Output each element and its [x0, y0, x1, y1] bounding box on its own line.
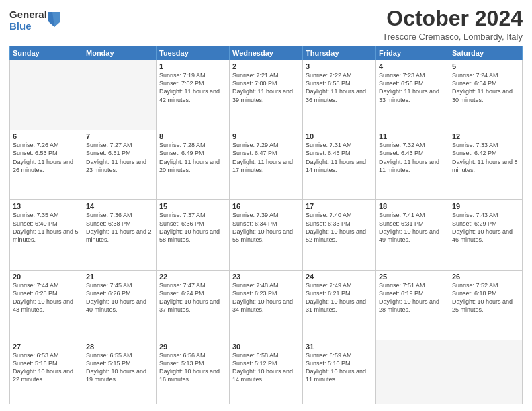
day-number: 22: [159, 273, 226, 281]
cell-daylight-info: Sunrise: 7:43 AM Sunset: 6:29 PM Dayligh…: [452, 211, 519, 244]
cell-daylight-info: Sunrise: 6:53 AM Sunset: 5:16 PM Dayligh…: [13, 351, 80, 384]
day-number: 6: [13, 132, 80, 140]
cell-daylight-info: Sunrise: 7:47 AM Sunset: 6:24 PM Dayligh…: [159, 281, 226, 314]
cell-daylight-info: Sunrise: 7:27 AM Sunset: 6:51 PM Dayligh…: [86, 141, 153, 174]
day-number: 11: [379, 132, 446, 140]
cell-daylight-info: Sunrise: 7:31 AM Sunset: 6:45 PM Dayligh…: [306, 141, 373, 174]
cell-daylight-info: Sunrise: 7:48 AM Sunset: 6:23 PM Dayligh…: [232, 281, 300, 314]
calendar-cell: 13Sunrise: 7:35 AM Sunset: 6:40 PM Dayli…: [10, 200, 83, 270]
cell-daylight-info: Sunrise: 7:22 AM Sunset: 6:58 PM Dayligh…: [306, 71, 373, 104]
cell-daylight-info: Sunrise: 7:28 AM Sunset: 6:49 PM Dayligh…: [159, 141, 226, 174]
day-number: 18: [379, 202, 446, 210]
day-number: 17: [306, 202, 373, 210]
calendar-cell: 30Sunrise: 6:58 AM Sunset: 5:12 PM Dayli…: [230, 340, 303, 404]
calendar-table: SundayMondayTuesdayWednesdayThursdayFrid…: [9, 46, 523, 404]
calendar-week-row: 6Sunrise: 7:26 AM Sunset: 6:53 PM Daylig…: [10, 130, 523, 200]
cell-daylight-info: Sunrise: 7:26 AM Sunset: 6:53 PM Dayligh…: [13, 141, 80, 174]
cell-daylight-info: Sunrise: 7:39 AM Sunset: 6:34 PM Dayligh…: [232, 211, 300, 244]
day-number: 21: [86, 273, 153, 281]
calendar-cell: 3Sunrise: 7:22 AM Sunset: 6:58 PM Daylig…: [303, 60, 376, 130]
title-area: October 2024 Trescore Cremasco, Lombardy…: [382, 7, 523, 42]
calendar-week-row: 1Sunrise: 7:19 AM Sunset: 7:02 PM Daylig…: [10, 60, 523, 130]
cell-daylight-info: Sunrise: 6:58 AM Sunset: 5:12 PM Dayligh…: [232, 351, 300, 384]
cell-daylight-info: Sunrise: 7:49 AM Sunset: 6:21 PM Dayligh…: [306, 281, 373, 314]
cell-daylight-info: Sunrise: 6:55 AM Sunset: 5:15 PM Dayligh…: [86, 351, 153, 384]
day-number: 13: [13, 202, 80, 210]
calendar-cell: 15Sunrise: 7:37 AM Sunset: 6:36 PM Dayli…: [157, 200, 230, 270]
cell-daylight-info: Sunrise: 7:36 AM Sunset: 6:38 PM Dayligh…: [86, 211, 153, 244]
calendar-header-sunday: Sunday: [10, 46, 83, 60]
logo-general: General: [9, 9, 47, 21]
page: General Blue October 2024 Trescore Crema…: [0, 0, 532, 411]
cell-daylight-info: Sunrise: 7:33 AM Sunset: 6:42 PM Dayligh…: [452, 141, 519, 174]
calendar-week-row: 27Sunrise: 6:53 AM Sunset: 5:16 PM Dayli…: [10, 340, 523, 404]
calendar-cell: 4Sunrise: 7:23 AM Sunset: 6:56 PM Daylig…: [376, 60, 449, 130]
cell-daylight-info: Sunrise: 7:45 AM Sunset: 6:26 PM Dayligh…: [86, 281, 153, 314]
logo-icon: [48, 12, 60, 27]
day-number: 5: [452, 62, 519, 71]
day-number: 15: [159, 202, 226, 210]
cell-daylight-info: Sunrise: 7:21 AM Sunset: 7:00 PM Dayligh…: [232, 71, 300, 104]
logo-blue: Blue: [9, 21, 47, 32]
cell-daylight-info: Sunrise: 7:37 AM Sunset: 6:36 PM Dayligh…: [159, 211, 226, 244]
calendar-header-tuesday: Tuesday: [157, 46, 230, 60]
calendar-cell: 31Sunrise: 6:59 AM Sunset: 5:10 PM Dayli…: [303, 340, 376, 404]
calendar-cell: 24Sunrise: 7:49 AM Sunset: 6:21 PM Dayli…: [303, 270, 376, 340]
calendar-cell: 19Sunrise: 7:43 AM Sunset: 6:29 PM Dayli…: [449, 200, 523, 270]
calendar-header-saturday: Saturday: [449, 46, 523, 60]
calendar-header-thursday: Thursday: [303, 46, 376, 60]
calendar-week-row: 20Sunrise: 7:44 AM Sunset: 6:28 PM Dayli…: [10, 270, 523, 340]
calendar-cell: 12Sunrise: 7:33 AM Sunset: 6:42 PM Dayli…: [449, 130, 523, 200]
day-number: 31: [306, 342, 373, 351]
day-number: 24: [306, 273, 373, 281]
calendar-cell: 23Sunrise: 7:48 AM Sunset: 6:23 PM Dayli…: [230, 270, 303, 340]
day-number: 12: [452, 132, 519, 140]
day-number: 1: [159, 62, 226, 71]
day-number: 26: [452, 273, 519, 281]
cell-daylight-info: Sunrise: 7:35 AM Sunset: 6:40 PM Dayligh…: [13, 211, 80, 244]
calendar-cell: 28Sunrise: 6:55 AM Sunset: 5:15 PM Dayli…: [83, 340, 157, 404]
calendar-cell: 5Sunrise: 7:24 AM Sunset: 6:54 PM Daylig…: [449, 60, 523, 130]
cell-daylight-info: Sunrise: 7:40 AM Sunset: 6:33 PM Dayligh…: [306, 211, 373, 244]
calendar-cell: 1Sunrise: 7:19 AM Sunset: 7:02 PM Daylig…: [157, 60, 230, 130]
calendar-header-friday: Friday: [376, 46, 449, 60]
calendar-cell: 17Sunrise: 7:40 AM Sunset: 6:33 PM Dayli…: [303, 200, 376, 270]
calendar-cell: 26Sunrise: 7:52 AM Sunset: 6:18 PM Dayli…: [449, 270, 523, 340]
calendar-cell: 20Sunrise: 7:44 AM Sunset: 6:28 PM Dayli…: [10, 270, 83, 340]
calendar-cell: 2Sunrise: 7:21 AM Sunset: 7:00 PM Daylig…: [230, 60, 303, 130]
cell-daylight-info: Sunrise: 7:19 AM Sunset: 7:02 PM Dayligh…: [159, 71, 226, 104]
day-number: 20: [13, 273, 80, 281]
cell-daylight-info: Sunrise: 7:32 AM Sunset: 6:43 PM Dayligh…: [379, 141, 446, 174]
calendar-cell: 10Sunrise: 7:31 AM Sunset: 6:45 PM Dayli…: [303, 130, 376, 200]
day-number: 30: [232, 342, 300, 351]
calendar-cell: 29Sunrise: 6:56 AM Sunset: 5:13 PM Dayli…: [157, 340, 230, 404]
cell-daylight-info: Sunrise: 7:44 AM Sunset: 6:28 PM Dayligh…: [13, 281, 80, 314]
subtitle: Trescore Cremasco, Lombardy, Italy: [382, 32, 523, 42]
calendar-cell: 6Sunrise: 7:26 AM Sunset: 6:53 PM Daylig…: [10, 130, 83, 200]
calendar-cell: 7Sunrise: 7:27 AM Sunset: 6:51 PM Daylig…: [83, 130, 157, 200]
day-number: 9: [232, 132, 300, 140]
calendar-header-monday: Monday: [83, 46, 157, 60]
cell-daylight-info: Sunrise: 7:41 AM Sunset: 6:31 PM Dayligh…: [379, 211, 446, 244]
calendar-header-wednesday: Wednesday: [230, 46, 303, 60]
day-number: 3: [306, 62, 373, 71]
day-number: 10: [306, 132, 373, 140]
calendar-header-row: SundayMondayTuesdayWednesdayThursdayFrid…: [10, 46, 523, 60]
cell-daylight-info: Sunrise: 7:24 AM Sunset: 6:54 PM Dayligh…: [452, 71, 519, 104]
day-number: 25: [379, 273, 446, 281]
calendar-cell: 22Sunrise: 7:47 AM Sunset: 6:24 PM Dayli…: [157, 270, 230, 340]
calendar-cell: [376, 340, 449, 404]
calendar-cell: [83, 60, 157, 130]
logo-text: General Blue: [9, 9, 47, 32]
calendar-cell: [10, 60, 83, 130]
calendar-cell: 27Sunrise: 6:53 AM Sunset: 5:16 PM Dayli…: [10, 340, 83, 404]
calendar-cell: 16Sunrise: 7:39 AM Sunset: 6:34 PM Dayli…: [230, 200, 303, 270]
day-number: 14: [86, 202, 153, 210]
month-title: October 2024: [382, 7, 523, 30]
cell-daylight-info: Sunrise: 7:23 AM Sunset: 6:56 PM Dayligh…: [379, 71, 446, 104]
cell-daylight-info: Sunrise: 7:29 AM Sunset: 6:47 PM Dayligh…: [232, 141, 300, 174]
day-number: 23: [232, 273, 300, 281]
calendar-cell: 18Sunrise: 7:41 AM Sunset: 6:31 PM Dayli…: [376, 200, 449, 270]
day-number: 7: [86, 132, 153, 140]
day-number: 16: [232, 202, 300, 210]
